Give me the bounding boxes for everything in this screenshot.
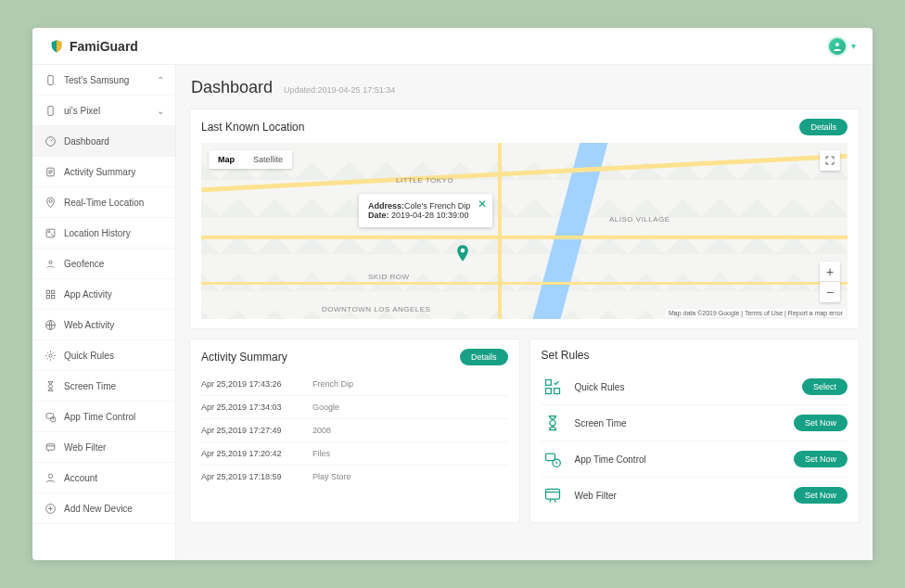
svg-point-7: [47, 230, 49, 232]
device-icon: [44, 104, 57, 117]
date-label: Date:: [368, 211, 389, 220]
svg-rect-10: [51, 290, 54, 293]
activity-time: Apr 25,2019 17:43:26: [201, 379, 312, 389]
map-label: LITTLE TOKYO: [396, 176, 453, 185]
app-time-icon: [542, 449, 564, 469]
nav-label: Location History: [64, 228, 164, 238]
device-item-pixel[interactable]: ui's Pixel ⌄: [32, 96, 175, 126]
dashboard-icon: [44, 134, 57, 147]
svg-rect-15: [46, 413, 54, 417]
map-marker-icon[interactable]: [456, 245, 469, 262]
fullscreen-icon[interactable]: [820, 150, 840, 171]
sidebar-item-app-activity[interactable]: App Activity: [32, 279, 175, 310]
device-item-samsung[interactable]: Test's Samsung ⌃: [32, 65, 175, 96]
address-label: Address:: [368, 201, 404, 211]
nav-label: Quick Rules: [64, 351, 164, 361]
sidebar-item-web-filter[interactable]: Web Filter: [32, 432, 175, 463]
activity-desc: Play Store: [312, 472, 508, 481]
rule-label: Web Filter: [575, 491, 794, 501]
globe-icon: [44, 318, 57, 331]
activity-row: Apr 25,2019 17:18:59 Play Store: [201, 466, 508, 488]
map-tab-map[interactable]: Map: [209, 150, 244, 169]
nav-label: Real-Time Location: [64, 198, 164, 208]
activity-desc: Files: [312, 449, 508, 458]
grid-check-icon: [542, 377, 564, 397]
activity-time: Apr 25,2019 17:18:59: [201, 472, 312, 481]
details-button[interactable]: Details: [460, 349, 508, 365]
map-info-window: ✕ Address:Cole's French Dip Date: 2019-0…: [359, 194, 492, 227]
rule-row-screen-time: Screen Time Set Now: [542, 405, 848, 441]
plus-icon: [44, 502, 57, 515]
nav-label: Geofence: [64, 259, 164, 269]
map-label: ALISO VILLAGE: [609, 215, 670, 224]
sidebar-item-location-history[interactable]: Location History: [32, 218, 175, 249]
set-now-button[interactable]: Set Now: [794, 451, 848, 467]
select-button[interactable]: Select: [802, 378, 848, 395]
svg-point-0: [835, 43, 839, 46]
sidebar-item-app-time-control[interactable]: App Time Control: [32, 402, 175, 432]
brand-logo[interactable]: FamiGuard: [49, 39, 138, 54]
device-label: Test's Samsung: [64, 75, 149, 85]
rule-row-quick-rules: Quick Rules Select: [542, 369, 848, 405]
nav-label: Screen Time: [64, 381, 164, 391]
svg-point-5: [48, 199, 51, 202]
rule-label: Quick Rules: [575, 382, 802, 392]
sidebar-item-real-time-location[interactable]: Real-Time Location: [32, 187, 175, 218]
map[interactable]: LITTLE TOKYO SKID ROW DOWNTOWN LOS ANGEL…: [201, 143, 848, 319]
geofence-icon: [44, 257, 57, 270]
activity-desc: Google: [312, 403, 508, 412]
rule-row-web-filter: Web Filter Set Now: [542, 478, 848, 513]
gear-icon: [44, 349, 57, 362]
activity-time: Apr 25,2019 17:27:49: [201, 426, 312, 435]
device-label: ui's Pixel: [64, 106, 149, 116]
chevron-up-icon: ⌃: [157, 75, 164, 85]
date-value: 2019-04-28 10:39:00: [391, 211, 469, 220]
activity-desc: French Dip: [312, 379, 508, 389]
nav-label: Account: [64, 473, 164, 483]
zoom-in-button[interactable]: +: [820, 262, 840, 282]
map-tab-satellite[interactable]: Satellite: [244, 150, 292, 169]
user-icon: [44, 471, 57, 484]
sidebar-item-dashboard[interactable]: Dashboard: [32, 126, 175, 157]
activity-list: Apr 25,2019 17:43:26 French Dip Apr 25,2…: [201, 373, 508, 488]
set-now-button[interactable]: Set Now: [794, 487, 848, 504]
nav-label: Activity Summary: [64, 167, 164, 177]
activity-time: Apr 25,2019 17:34:03: [201, 403, 312, 412]
set-rules-card: Set Rules Quick Rules Select Screen Time…: [529, 339, 860, 523]
filter-icon: [44, 441, 57, 454]
svg-rect-11: [46, 295, 49, 298]
svg-rect-1: [47, 75, 52, 84]
chevron-down-icon: ⌄: [157, 106, 164, 116]
svg-point-8: [48, 261, 51, 263]
updated-label: Updated:2019-04-25 17:51:34: [284, 85, 395, 95]
details-button[interactable]: Details: [799, 119, 848, 135]
hourglass-icon: [542, 413, 564, 433]
app-time-icon: [44, 410, 57, 423]
map-type-toggle[interactable]: Map Satellite: [209, 150, 292, 169]
zoom-out-button[interactable]: −: [820, 282, 840, 302]
topbar: FamiGuard ▾: [32, 28, 873, 65]
sidebar-item-screen-time[interactable]: Screen Time: [32, 371, 175, 402]
map-road: [201, 236, 848, 239]
sidebar-item-add-new-device[interactable]: Add New Device: [32, 493, 175, 524]
nav-label: Web Activity: [64, 320, 164, 330]
sidebar-item-activity-summary[interactable]: Activity Summary: [32, 157, 175, 187]
sidebar-item-quick-rules[interactable]: Quick Rules: [32, 340, 175, 371]
user-menu[interactable]: ▾: [827, 36, 856, 57]
sidebar-item-web-activity[interactable]: Web Activity: [32, 310, 175, 340]
sidebar-item-account[interactable]: Account: [32, 463, 175, 493]
close-icon[interactable]: ✕: [478, 198, 487, 211]
card-title: Set Rules: [542, 349, 590, 362]
device-icon: [44, 73, 57, 86]
logo-icon: [49, 39, 64, 54]
activity-row: Apr 25,2019 17:34:03 Google: [201, 396, 508, 419]
sidebar-item-geofence[interactable]: Geofence: [32, 249, 175, 279]
map-label: SKID ROW: [368, 273, 409, 281]
set-now-button[interactable]: Set Now: [794, 415, 848, 431]
nav-label: App Activity: [64, 289, 164, 300]
rule-label: Screen Time: [575, 418, 794, 428]
activity-summary-card: Activity Summary Details Apr 25,2019 17:…: [189, 339, 520, 523]
rule-row-app-time-control: App Time Control Set Now: [542, 441, 848, 478]
activity-row: Apr 25,2019 17:27:49 2008: [201, 419, 508, 442]
card-title: Last Known Location: [201, 121, 304, 134]
